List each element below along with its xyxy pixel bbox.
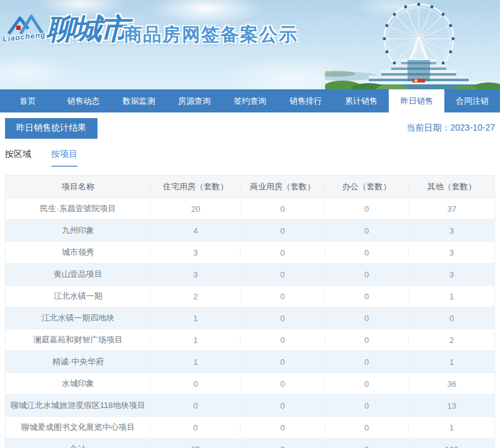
sales-table: 项目名称住宅用房（套数）商业用房（套数）办公（套数）其他（套数）民生·东昌壹號院… xyxy=(5,175,495,448)
column-header: 商业用房（套数） xyxy=(240,181,324,192)
site-city-name: 聊城市 xyxy=(46,10,127,49)
value-cell: 100 xyxy=(408,445,494,448)
value-cell: 0 xyxy=(324,423,409,432)
nav-item-data-monitor[interactable]: 数据监测 xyxy=(111,89,167,112)
value-cell: 37 xyxy=(408,204,494,214)
value-cell: 0 xyxy=(324,379,409,389)
nav-item-contract-cancel[interactable]: 合同注销 xyxy=(444,89,500,112)
value-cell: 0 xyxy=(324,292,409,301)
value-cell: 1 xyxy=(150,314,240,323)
main-content: 昨日销售统计结果 当前日期：2023-10-27 按区域 按项目 项目名称住宅用… xyxy=(0,112,500,448)
value-cell: 3 xyxy=(150,248,240,257)
value-cell: 0 xyxy=(240,336,324,345)
value-cell: 0 xyxy=(240,314,324,323)
column-header: 项目名称 xyxy=(6,181,150,192)
nav-item-yesterday-sales[interactable]: 昨日销售 xyxy=(389,89,444,112)
nav-item-contract-query[interactable]: 签约查询 xyxy=(222,89,278,112)
table-row: 九州印象4003 xyxy=(6,220,494,242)
value-cell: 0 xyxy=(240,445,324,448)
project-name-cell: 聊城江北水城旅游度假区118地块项目 xyxy=(6,400,150,411)
nav-item-sales-dynamics[interactable]: 销售动态 xyxy=(56,89,111,112)
value-cell: 1 xyxy=(150,357,240,367)
project-name-cell: 江北水镇一期四地块 xyxy=(6,312,150,324)
value-cell: 0 xyxy=(150,401,240,411)
column-header: 办公（套数） xyxy=(324,181,409,192)
value-cell: 0 xyxy=(240,248,324,257)
value-cell: 0 xyxy=(240,357,324,367)
project-name-cell: 民生·东昌壹號院项目 xyxy=(6,203,150,214)
site-title: 商品房网签备案公示 xyxy=(124,22,298,47)
value-cell: 0 xyxy=(324,357,409,367)
project-name-cell: 城市领秀 xyxy=(6,247,150,258)
table-row: 民生·东昌壹號院项目200037 xyxy=(6,198,494,220)
value-cell: 0 xyxy=(240,423,324,432)
value-cell: 3 xyxy=(408,226,494,236)
value-cell: 2 xyxy=(150,292,240,301)
current-date-label: 当前日期： xyxy=(406,122,450,132)
table-header-row: 项目名称住宅用房（套数）商业用房（套数）办公（套数）其他（套数） xyxy=(6,176,494,198)
nav-item-total-sales[interactable]: 累计销售 xyxy=(333,89,389,112)
table-total-row: 合计3500100 xyxy=(6,439,494,448)
value-cell: 1 xyxy=(408,292,494,301)
value-cell: 0 xyxy=(324,314,409,323)
value-cell: 1 xyxy=(408,423,494,432)
value-cell: 0 xyxy=(240,226,324,236)
value-cell: 0 xyxy=(324,270,409,279)
nav-item-home[interactable]: 首页 xyxy=(0,89,56,112)
value-cell: 1 xyxy=(408,357,494,367)
value-cell: 0 xyxy=(408,314,494,323)
table-row: 澜庭嘉苑和财智广场项目1002 xyxy=(6,329,494,351)
value-cell: 0 xyxy=(324,204,409,214)
value-cell: 36 xyxy=(408,379,494,389)
column-header: 其他（套数） xyxy=(408,181,494,192)
table-row: 聊城江北水城旅游度假区118地块项目00013 xyxy=(6,395,494,417)
project-name-cell: 合计 xyxy=(6,444,150,448)
value-cell: 13 xyxy=(408,401,494,411)
value-cell: 0 xyxy=(324,336,409,345)
value-cell: 3 xyxy=(150,270,240,279)
value-cell: 0 xyxy=(150,379,240,389)
project-name-cell: 水城印象 xyxy=(6,378,150,389)
value-cell: 0 xyxy=(240,379,324,389)
table-row: 聊城爱成图书文化展览中心项目0001 xyxy=(6,417,494,439)
value-cell: 3 xyxy=(408,248,494,257)
ferris-wheel-illustration xyxy=(325,0,500,89)
value-cell: 0 xyxy=(240,292,324,301)
nav-item-sales-ranking[interactable]: 销售排行 xyxy=(278,89,333,112)
value-cell: 20 xyxy=(150,204,240,214)
page-title: 昨日销售统计结果 xyxy=(5,118,98,139)
current-date-value: 2023-10-27 xyxy=(450,122,495,132)
value-cell: 35 xyxy=(150,445,240,448)
project-name-cell: 聊城爱成图书文化展览中心项目 xyxy=(6,422,150,433)
value-cell: 0 xyxy=(240,401,324,411)
nav-item-house-query[interactable]: 房源查询 xyxy=(167,89,222,112)
column-header: 住宅用房（套数） xyxy=(150,181,240,192)
value-cell: 0 xyxy=(324,226,409,236)
table-row: 城市领秀3003 xyxy=(6,242,494,264)
value-cell: 2 xyxy=(408,336,494,345)
table-row: 黄山壹品项目3003 xyxy=(6,264,494,286)
value-cell: 0 xyxy=(324,445,409,448)
table-row: 水城印象00036 xyxy=(6,373,494,395)
tab-by-region[interactable]: 按区域 xyxy=(5,149,31,167)
value-cell: 1 xyxy=(150,336,240,345)
project-name-cell: 澜庭嘉苑和财智广场项目 xyxy=(6,334,150,346)
project-name-cell: 九州印象 xyxy=(6,225,150,236)
table-row: 江北水镇一期四地块1000 xyxy=(6,307,494,329)
value-cell: 0 xyxy=(150,423,240,432)
value-cell: 4 xyxy=(150,226,240,236)
table-row: 江北水镇一期2001 xyxy=(6,286,494,307)
site-header: Liaocheng 聊城市 商品房网签备案公示 xyxy=(0,0,500,89)
value-cell: 0 xyxy=(324,248,409,257)
main-nav: 首页 销售动态 数据监测 房源查询 签约查询 销售排行 累计销售 昨日销售 合同… xyxy=(0,89,500,112)
value-cell: 0 xyxy=(324,401,409,411)
value-cell: 0 xyxy=(240,270,324,279)
project-name-cell: 江北水镇一期 xyxy=(6,291,150,302)
project-name-cell: 精诚·中央华府 xyxy=(6,356,150,367)
project-name-cell: 黄山壹品项目 xyxy=(6,269,150,280)
table-row: 精诚·中央华府1001 xyxy=(6,351,494,373)
tab-by-project[interactable]: 按项目 xyxy=(51,149,78,167)
current-date: 当前日期：2023-10-27 xyxy=(406,118,495,134)
value-cell: 0 xyxy=(240,204,324,214)
view-tabs: 按区域 按项目 xyxy=(5,149,500,167)
